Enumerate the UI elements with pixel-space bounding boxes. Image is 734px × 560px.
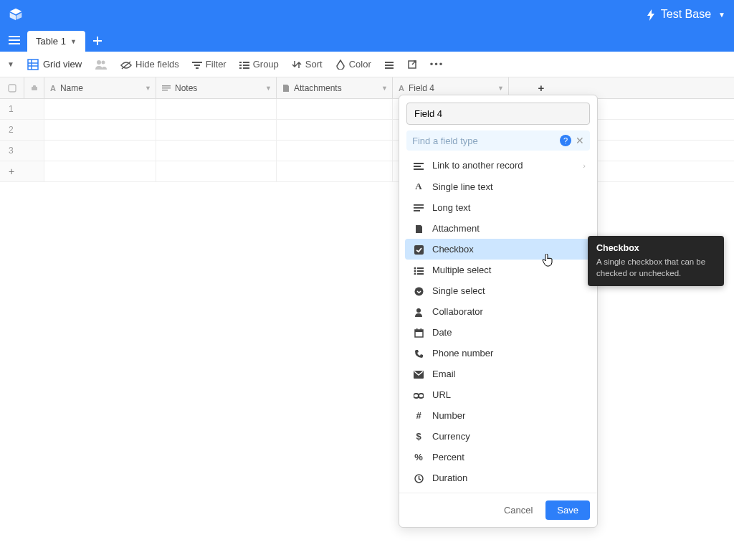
A-icon: A <box>412 181 425 192</box>
singleselect-icon <box>412 285 425 296</box>
color-icon <box>335 59 345 70</box>
column-dropdown-icon[interactable]: ▼ <box>265 85 272 92</box>
column-dropdown-icon[interactable]: ▼ <box>381 85 388 92</box>
select-all-checkbox[interactable] <box>0 77 24 98</box>
field-type-label: Collaborator <box>432 306 483 317</box>
field-type-checkbox[interactable]: Checkbox <box>405 239 591 260</box>
save-button[interactable]: Save <box>545 500 590 520</box>
field-type-duration[interactable]: Duration <box>405 468 591 488</box>
svg-rect-7 <box>93 40 102 42</box>
column-dropdown-icon[interactable]: ▼ <box>145 85 151 92</box>
menu-icon[interactable] <box>6 33 27 52</box>
logo-icon[interactable] <box>9 7 23 22</box>
color-button[interactable]: Color <box>335 59 371 70</box>
more-button[interactable]: ••• <box>430 59 444 70</box>
svg-rect-22 <box>239 67 242 69</box>
caret-down-icon: ▼ <box>718 11 725 19</box>
cell[interactable] <box>156 141 277 161</box>
group-button[interactable]: Group <box>239 59 279 70</box>
cell[interactable] <box>277 120 393 140</box>
field-config-popup: ? ✕ Link to another record›ASingle line … <box>399 95 598 528</box>
svg-rect-3 <box>9 36 20 37</box>
text-icon: A <box>399 84 404 92</box>
row-height-button[interactable] <box>384 60 394 70</box>
base-switcher[interactable]: Test Base ▼ <box>647 8 725 21</box>
field-type-number[interactable]: #Number <box>405 405 591 426</box>
help-icon[interactable]: ? <box>560 135 571 146</box>
field-type-label: Single select <box>432 285 485 296</box>
field-type-email[interactable]: Email <box>405 364 591 384</box>
field-type-label: Duration <box>432 473 467 483</box>
field-type-label: Percent <box>432 452 464 462</box>
svg-rect-33 <box>162 90 168 91</box>
grid-header: A Name ▼ Notes ▼ Attachments ▼ A Field 4… <box>0 77 734 99</box>
collaborators-icon[interactable] <box>95 59 108 70</box>
field-type-label: Currency <box>432 431 470 442</box>
share-button[interactable] <box>407 60 417 70</box>
table-row[interactable]: 1 <box>0 99 734 120</box>
svg-rect-35 <box>414 166 421 167</box>
field-type-link-to-another-record[interactable]: Link to another record› <box>405 155 591 176</box>
field-type-percent[interactable]: %Percent <box>405 447 591 468</box>
field-type-url[interactable]: URL <box>405 384 591 405</box>
dollar-icon: $ <box>412 431 425 442</box>
field-type-tooltip: Checkbox A single checkbox that can be c… <box>588 236 724 286</box>
hide-fields-button[interactable]: Hide fields <box>120 59 179 70</box>
column-dropdown-icon[interactable]: ▼ <box>497 85 504 92</box>
close-icon[interactable]: ✕ <box>576 135 584 146</box>
top-header: Test Base ▼ <box>0 0 734 29</box>
svg-rect-39 <box>414 210 420 212</box>
field-type-attachment[interactable]: Attachment <box>405 218 591 239</box>
svg-point-43 <box>414 270 416 272</box>
table-row[interactable]: 3 <box>0 141 734 161</box>
svg-rect-23 <box>243 67 249 69</box>
field-type-phone-number[interactable]: Phone number <box>405 343 591 364</box>
svg-rect-50 <box>415 330 423 332</box>
user-icon <box>412 306 425 317</box>
sort-button[interactable]: Sort <box>292 59 323 70</box>
svg-rect-19 <box>243 62 249 63</box>
phone-icon <box>412 348 425 359</box>
field-type-label: Number <box>432 410 465 421</box>
cell[interactable] <box>44 99 156 119</box>
table-row[interactable]: 2 <box>0 120 734 141</box>
column-attachments[interactable]: Attachments ▼ <box>277 77 393 98</box>
field-type-date[interactable]: Date <box>405 322 591 343</box>
add-table-button[interactable] <box>85 29 110 52</box>
svg-rect-28 <box>9 85 16 92</box>
field-type-long-text[interactable]: Long text <box>405 197 591 218</box>
cell[interactable] <box>156 99 277 119</box>
views-dropdown[interactable]: ▼ <box>7 60 14 68</box>
grid-view-button[interactable]: Grid view <box>27 58 82 70</box>
row-number: 3 <box>0 141 44 161</box>
link-icon <box>412 160 425 171</box>
tab-table1[interactable]: Table 1 ▼ <box>27 31 85 52</box>
field-name-input[interactable] <box>406 103 590 125</box>
cell[interactable] <box>156 120 277 140</box>
field-type-single-select[interactable]: Single select <box>405 280 591 301</box>
bolt-icon <box>647 8 655 20</box>
field-type-label: Date <box>432 327 452 338</box>
svg-rect-5 <box>9 43 20 44</box>
filter-button[interactable]: Filter <box>192 59 227 70</box>
field-type-list: Link to another record›ASingle line text… <box>399 155 597 493</box>
field-type-single-line-text[interactable]: ASingle line text <box>405 176 591 197</box>
svg-rect-54 <box>414 394 419 398</box>
field-type-multiple-select[interactable]: Multiple select <box>405 260 591 280</box>
cell[interactable] <box>44 141 156 161</box>
svg-rect-55 <box>419 394 424 398</box>
filter-icon <box>192 59 202 70</box>
field-type-collaborator[interactable]: Collaborator <box>405 301 591 322</box>
field-type-currency[interactable]: $Currency <box>405 426 591 447</box>
add-row-button[interactable]: + <box>0 161 734 182</box>
svg-rect-20 <box>239 65 242 66</box>
cancel-button[interactable]: Cancel <box>498 500 538 520</box>
cell[interactable] <box>44 120 156 140</box>
row-number: 1 <box>0 99 44 119</box>
field-type-search-input[interactable] <box>412 136 560 146</box>
column-notes[interactable]: Notes ▼ <box>156 77 277 98</box>
cell[interactable] <box>277 99 393 119</box>
field-type-label: Single line text <box>432 181 493 192</box>
column-name[interactable]: A Name ▼ <box>44 77 156 98</box>
cell[interactable] <box>277 141 393 161</box>
